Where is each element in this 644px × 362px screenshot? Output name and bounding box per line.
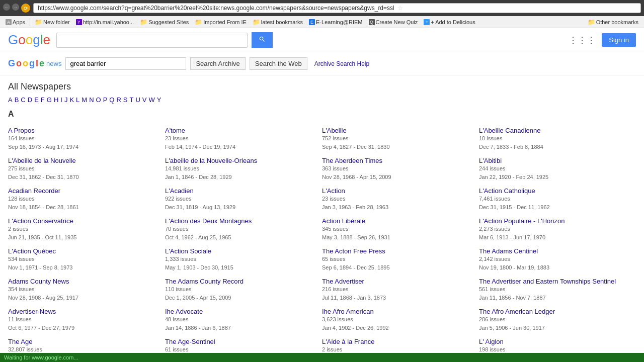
alpha-link-k[interactable]: K [69, 96, 74, 104]
back-button[interactable]: ← [3, 4, 10, 11]
newspaper-name[interactable]: L'Action Populaire - L'Horizon [479, 217, 565, 225]
refresh-button[interactable]: ⟳ [21, 4, 30, 13]
newspaper-meta: 23 issuesJan 3, 1963 - Feb 28, 1963 [322, 195, 473, 211]
signin-button[interactable]: Sign in [602, 33, 636, 47]
newspaper-name[interactable]: The Acton Free Press [322, 247, 385, 255]
alpha-link-o[interactable]: O [96, 96, 101, 104]
list-item: L'abeille de la Nouvelle-Orleans 14,981 … [165, 154, 322, 184]
alpha-link-h[interactable]: H [54, 96, 58, 104]
alpha-link-l[interactable]: L [76, 96, 79, 104]
bookmark-latest[interactable]: 📁 latest bookmarks [250, 18, 305, 26]
apps-grid-icon[interactable]: ⋮⋮⋮ [569, 35, 596, 46]
news-search-input[interactable]: great barrier [65, 57, 186, 70]
newspaper-name[interactable]: Advertiser-News [8, 308, 56, 315]
alpha-link-m[interactable]: M [82, 96, 87, 104]
newspaper-name[interactable]: The Adams Centinel [479, 247, 538, 255]
alpha-link-v[interactable]: V [142, 96, 147, 104]
bookmark-star-icon[interactable]: ☆ [397, 5, 403, 12]
newspaper-name[interactable]: L'Abitibi [479, 157, 502, 164]
bookmark-new-folder-label: New folder [43, 19, 70, 25]
alpha-link-f[interactable]: F [41, 96, 45, 104]
bookmark-imported-ie[interactable]: 📁 Imported From IE [192, 18, 249, 26]
main-search-bar [56, 32, 308, 48]
address-bar[interactable]: https://www.google.com/search?q=great%20… [33, 3, 641, 13]
alpha-link-i[interactable]: I [60, 96, 62, 104]
newspaper-name[interactable]: Action Libérale [322, 217, 365, 225]
newspaper-name[interactable]: The Advertiser and Eastern Townships Sen… [479, 278, 616, 285]
alpha-link-y[interactable]: Y [157, 96, 162, 104]
alpha-link-n[interactable]: N [89, 96, 94, 104]
newspaper-name[interactable]: L'Acadien [165, 187, 194, 195]
alpha-link-w[interactable]: W [149, 96, 155, 104]
newspaper-name[interactable]: L'abeille de la Nouvelle-Orleans [165, 157, 257, 164]
alpha-link-u[interactable]: U [135, 96, 140, 104]
bookmark-new-folder[interactable]: 📁 New folder [32, 18, 72, 26]
newspaper-meta: 11 issuesOct 6, 1977 - Dec 27, 1979 [8, 315, 159, 332]
forward-button[interactable]: → [12, 4, 19, 11]
newspaper-meta: 354 issuesNov 28, 1908 - Aug 25, 1917 [8, 285, 159, 302]
newspaper-name[interactable]: Ihe Advocate [165, 308, 203, 315]
bookmark-create-quiz[interactable]: Q Create New Quiz [366, 19, 421, 26]
newspaper-name[interactable]: The Age [8, 338, 32, 345]
newspaper-name[interactable]: Adams County News [8, 278, 69, 285]
newspaper-name[interactable]: L'Action Québec [8, 247, 56, 255]
search-web-button[interactable]: Search the Web [250, 57, 307, 70]
alpha-link-a[interactable]: A [8, 96, 13, 104]
bookmark-other[interactable]: 📁 Other bookmarks [585, 18, 641, 26]
bookmark-yahoo-label: http://in.mail.yahoo... [83, 19, 134, 25]
newspaper-name[interactable]: Acadian Recorder [8, 187, 60, 195]
main-search-button[interactable] [252, 32, 273, 48]
bookmark-suggested[interactable]: 📁 Suggested Sites [137, 18, 191, 26]
newspaper-name[interactable]: The Adams County Record [165, 278, 244, 285]
list-item: A'tome 23 issuesFeb 14, 1974 - Dec 19, 1… [165, 124, 322, 154]
alpha-link-r[interactable]: R [116, 96, 121, 104]
folder-icon-4: 📁 [253, 19, 260, 26]
newspaper-name[interactable]: L' Aiglon [479, 338, 504, 345]
search-archive-button[interactable]: Search Archive [190, 57, 245, 70]
newspapers-col-1: A'tome 23 issuesFeb 14, 1974 - Dec 19, 1… [165, 124, 322, 362]
newspaper-name[interactable]: The Aberdeen Times [322, 157, 382, 164]
newspaper-name[interactable]: The Advertiser [322, 278, 364, 285]
alpha-link-t[interactable]: T [130, 96, 134, 104]
newspaper-name[interactable]: A'tome [165, 127, 185, 134]
bookmark-apps[interactable]: A Apps [3, 19, 28, 26]
main-search-input[interactable] [56, 33, 248, 48]
newspaper-name[interactable]: L'Action [322, 187, 345, 195]
yahoo-icon: Y [76, 19, 82, 25]
alpha-link-c[interactable]: C [21, 96, 25, 104]
bookmark-suggested-label: Suggested Sites [148, 19, 189, 25]
newspaper-name[interactable]: The Age-Sentinel [165, 338, 215, 345]
bookmark-separator [30, 18, 30, 26]
newspaper-name[interactable]: L'Aide à la France [322, 338, 374, 345]
alpha-link-s[interactable]: S [123, 96, 128, 104]
bookmark-add-delicious[interactable]: + + Add to Delicious [421, 19, 477, 26]
list-item: L'Action Catholique 7,461 issuesDec 31, … [479, 184, 636, 214]
bookmark-elearning[interactable]: E E-Learning@RIEM [306, 19, 365, 26]
newspaper-name[interactable]: L'Action Conservatrice [8, 217, 73, 225]
newspaper-name[interactable]: Ihe Afro American [322, 308, 374, 315]
archive-help-link[interactable]: Archive Search Help [314, 60, 369, 67]
list-item: L'Abeille 752 issuesSep 4, 1827 - Dec 31… [322, 124, 479, 154]
newspaper-name[interactable]: L'Abeille [322, 127, 347, 134]
alpha-link-d[interactable]: D [28, 96, 32, 104]
newspaper-name[interactable]: L'Action Catholique [479, 187, 535, 195]
alpha-link-p[interactable]: P [103, 96, 108, 104]
alpha-link-j[interactable]: J [64, 96, 68, 104]
newspaper-name[interactable]: The Afro American Ledger [479, 308, 555, 315]
newspaper-name[interactable]: L'Abeille de la Nouvelle [8, 157, 76, 164]
newspaper-name[interactable]: L'Action des Deux Montagnes [165, 217, 252, 225]
newspaper-name[interactable]: L'Abeille Canadienne [479, 127, 540, 134]
bookmark-yahoo[interactable]: Y http://in.mail.yahoo... [73, 19, 137, 26]
quiz-icon: Q [369, 19, 375, 25]
newspapers-col-2: L'Abeille 752 issuesSep 4, 1827 - Dec 31… [322, 124, 479, 362]
alpha-link-g[interactable]: G [47, 96, 52, 104]
folder-icon-3: 📁 [195, 19, 202, 26]
alpha-link-q[interactable]: Q [109, 96, 114, 104]
elearning-icon: E [309, 19, 315, 25]
alpha-link-e[interactable]: E [34, 96, 39, 104]
newspaper-name[interactable]: A Propos [8, 127, 35, 134]
google-news-logo: Google news [8, 58, 61, 69]
newspaper-name[interactable]: L'Action Sociale [165, 247, 211, 255]
alpha-link-b[interactable]: B [15, 96, 19, 104]
list-item: L'Abeille Canadienne 10 issuesDec 7, 183… [479, 124, 636, 154]
